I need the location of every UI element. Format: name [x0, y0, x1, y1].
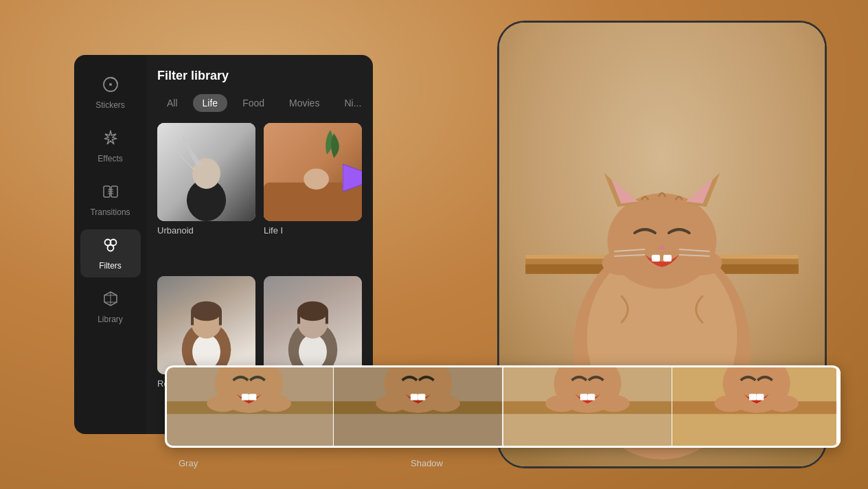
timeline-thumb-4 — [672, 365, 841, 448]
filter-name-urbanoid: Urbanoid — [157, 225, 255, 236]
filter-thumb-salt — [264, 276, 362, 374]
effects-icon — [102, 129, 119, 150]
sidebar-item-stickers-label: Stickers — [95, 100, 125, 110]
sidebar-item-transitions-label: Transitions — [90, 207, 130, 217]
svg-marker-15 — [343, 164, 362, 192]
tab-all[interactable]: All — [157, 94, 187, 112]
svg-point-6 — [107, 245, 113, 251]
filters-icon — [102, 236, 119, 257]
sidebar-item-stickers[interactable]: Stickers — [80, 69, 141, 117]
svg-rect-77 — [587, 394, 595, 400]
svg-rect-86 — [756, 394, 764, 400]
sidebar-item-transitions[interactable]: Transitions — [80, 176, 141, 224]
tab-life[interactable]: Life — [193, 94, 228, 112]
filter-item-life1[interactable]: Life I — [264, 123, 362, 268]
svg-rect-76 — [580, 394, 587, 400]
transitions-icon — [102, 183, 119, 203]
svg-rect-58 — [242, 394, 249, 400]
svg-point-1 — [109, 83, 112, 86]
cursor-arrow — [343, 157, 362, 201]
stickers-icon — [102, 76, 119, 96]
timeline-thumb-3 — [503, 365, 672, 448]
filter-tabs: All Life Food Movies Ni... — [157, 94, 362, 112]
tab-food[interactable]: Food — [233, 94, 274, 112]
timeline-label-empty1 — [510, 458, 675, 468]
svg-point-25 — [299, 334, 327, 369]
panel-title: Filter library — [157, 69, 362, 83]
svg-rect-45 — [663, 255, 672, 262]
sidebar: Stickers Effects Transitions — [74, 55, 146, 434]
sidebar-item-effects[interactable]: Effects — [80, 122, 141, 170]
sidebar-item-effects-label: Effects — [98, 154, 122, 163]
timeline-thumb-1 — [165, 365, 334, 448]
filter-name-life1: Life I — [264, 225, 362, 236]
svg-rect-68 — [418, 394, 426, 400]
timeline-label-empty2 — [675, 458, 841, 468]
sidebar-item-filters-label: Filters — [99, 261, 122, 271]
timeline-thumb-2 — [334, 365, 503, 448]
svg-rect-44 — [652, 255, 660, 262]
timeline-label-shadow: Shadow — [344, 458, 510, 468]
svg-rect-21 — [191, 311, 194, 325]
svg-point-39 — [607, 193, 716, 288]
filter-item-urbanoid[interactable]: Urbanoid — [157, 123, 255, 268]
timeline-strip[interactable] — [165, 365, 841, 448]
svg-point-27 — [297, 301, 328, 321]
svg-rect-29 — [326, 311, 328, 323]
svg-rect-67 — [411, 394, 418, 400]
svg-point-14 — [304, 168, 329, 190]
tab-movies[interactable]: Movies — [279, 94, 329, 112]
timeline-handle-right[interactable] — [836, 365, 841, 448]
sidebar-item-library[interactable]: Library — [80, 283, 141, 331]
svg-rect-85 — [749, 394, 757, 400]
sidebar-item-filters[interactable]: Filters — [80, 229, 141, 277]
sidebar-item-library-label: Library — [98, 315, 123, 324]
svg-rect-22 — [219, 311, 222, 325]
filter-thumb-robust — [157, 276, 255, 374]
svg-rect-28 — [297, 311, 300, 323]
library-icon — [102, 290, 119, 310]
timeline-label-gray: Gray — [165, 458, 344, 468]
tab-ni[interactable]: Ni... — [334, 94, 371, 112]
svg-point-20 — [191, 301, 222, 321]
svg-point-18 — [192, 334, 220, 369]
svg-rect-59 — [249, 394, 257, 400]
filter-thumb-urbanoid — [157, 123, 255, 221]
timeline-labels: Gray Shadow — [165, 458, 841, 468]
